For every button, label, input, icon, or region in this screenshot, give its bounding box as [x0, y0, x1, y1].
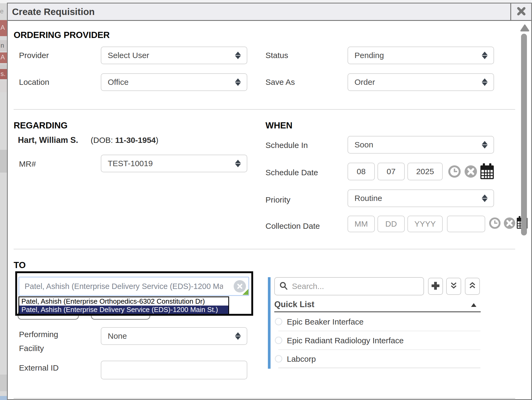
radio-icon — [275, 355, 282, 363]
save-as-select[interactable]: Order — [348, 73, 494, 91]
schedule-in-select[interactable]: Soon — [348, 136, 494, 154]
select-caret-icon — [235, 78, 241, 86]
background-block: s. — [0, 69, 7, 79]
create-requisition-modal: Create Requisition ORDERING PROVIDER Pro… — [7, 3, 532, 400]
collection-time-input[interactable] — [447, 216, 485, 232]
schedule-time-clock-icon[interactable] — [448, 165, 461, 178]
quick-list-heading: Quick List — [274, 300, 314, 309]
collection-month-input[interactable] — [348, 216, 375, 232]
collection-day-input[interactable] — [377, 216, 405, 232]
background-block — [0, 396, 7, 400]
status-label: Status — [265, 51, 288, 60]
external-id-label: External ID — [19, 363, 59, 372]
section-divider — [14, 109, 515, 110]
collection-time-clock-icon[interactable] — [488, 217, 501, 230]
background-text-fragment: e — [0, 7, 3, 15]
collapse-section-icon[interactable] — [471, 303, 477, 307]
plus-icon — [431, 281, 440, 292]
ordering-provider-heading: ORDERING PROVIDER — [14, 30, 110, 40]
to-heading: TO — [14, 260, 26, 270]
schedule-date-label: Schedule Date — [265, 168, 318, 177]
priority-select-value: Routine — [354, 194, 382, 203]
background-page-edge: e A n A s. — [0, 0, 7, 400]
collection-date-label: Collection Date — [265, 222, 320, 231]
collection-year-input[interactable] — [407, 216, 443, 232]
recipient-suggestion-list: Patel, Ashish (Enterprise Orthopedics-63… — [18, 296, 229, 315]
schedule-day-input[interactable] — [377, 163, 405, 180]
regarding-heading: REGARDING — [14, 120, 68, 131]
list-divider — [278, 368, 480, 368]
location-select-value: Office — [108, 78, 129, 87]
select-caret-icon — [482, 78, 488, 86]
mr-select[interactable]: TEST-10019 — [101, 155, 247, 172]
save-as-label: Save As — [265, 78, 295, 87]
screen: e A n A s. Create Requisition ORDERING P… — [0, 0, 532, 400]
close-icon — [516, 6, 526, 17]
radio-icon — [275, 337, 282, 344]
suggestion-item[interactable]: Patel, Ashish (Enterprise Orthopedics-63… — [19, 297, 228, 306]
mr-select-value: TEST-10019 — [108, 159, 153, 168]
provider-select-value: Select User — [108, 51, 149, 60]
background-block: A — [0, 20, 7, 36]
schedule-year-input[interactable] — [407, 163, 443, 180]
select-caret-icon — [482, 51, 488, 60]
modal-header: Create Requisition — [8, 3, 531, 21]
collection-date-clear-icon[interactable] — [503, 217, 516, 230]
scrollbar-up-arrow[interactable] — [520, 24, 530, 32]
quick-list-divider — [274, 311, 481, 312]
list-divider — [278, 331, 480, 331]
resize-handle-icon[interactable] — [242, 289, 248, 295]
directory-search-box — [274, 277, 424, 295]
search-icon — [279, 281, 288, 291]
add-recipient-button[interactable] — [428, 278, 443, 295]
background-block: A — [0, 52, 7, 63]
collapse-all-button[interactable] — [465, 278, 480, 295]
double-chevron-up-icon — [468, 281, 477, 291]
double-chevron-down-icon — [449, 281, 458, 291]
close-button[interactable] — [510, 3, 531, 20]
section-divider — [14, 249, 515, 249]
patient-dob: (DOB: 11-30-1954) — [91, 136, 159, 144]
patient-line: Hart, William S. (DOB: 11-30-1954) — [18, 135, 159, 145]
select-caret-icon — [235, 159, 241, 168]
suggestion-item-selected[interactable]: Patel, Ashish (Enterprise Delivery Servi… — [19, 306, 228, 314]
performing-facility-label: Performing Facility — [19, 327, 80, 355]
background-block — [0, 80, 7, 92]
performing-facility-select-value: None — [108, 332, 127, 341]
bottom-divider — [14, 398, 515, 399]
background-block — [0, 150, 7, 173]
external-id-input[interactable] — [101, 361, 247, 379]
schedule-in-select-value: Soon — [354, 140, 373, 149]
priority-select[interactable]: Routine — [348, 189, 494, 207]
select-caret-icon — [235, 332, 241, 340]
priority-label: Priority — [265, 195, 290, 204]
background-block — [0, 0, 7, 3]
select-caret-icon — [235, 51, 241, 60]
status-select-value: Pending — [354, 51, 384, 60]
scrollbar-thumb[interactable] — [521, 34, 527, 235]
modal-body: ORDERING PROVIDER Provider Select User S… — [8, 21, 531, 399]
schedule-calendar-icon[interactable] — [480, 163, 494, 180]
radio-icon — [275, 318, 282, 325]
select-caret-icon — [482, 140, 488, 149]
provider-select[interactable]: Select User — [101, 47, 247, 64]
status-select[interactable]: Pending — [348, 47, 494, 64]
mr-label: MR# — [19, 159, 36, 169]
when-heading: WHEN — [265, 120, 292, 131]
schedule-date-clear-icon[interactable] — [464, 165, 478, 178]
list-divider — [278, 349, 480, 350]
background-block — [0, 64, 7, 69]
location-label: Location — [19, 78, 49, 87]
patient-name: Hart, William S. — [18, 135, 78, 145]
schedule-month-input[interactable] — [348, 163, 375, 180]
recipient-search-input[interactable] — [18, 277, 249, 296]
schedule-in-label: Schedule In — [265, 141, 308, 150]
directory-search-input[interactable] — [291, 281, 423, 291]
select-caret-icon — [482, 194, 488, 203]
performing-facility-select[interactable]: None — [101, 327, 247, 345]
expand-all-button[interactable] — [446, 278, 461, 295]
background-block — [0, 375, 7, 391]
modal-title: Create Requisition — [8, 6, 510, 17]
location-select[interactable]: Office — [101, 73, 247, 91]
background-block: n — [0, 40, 7, 51]
